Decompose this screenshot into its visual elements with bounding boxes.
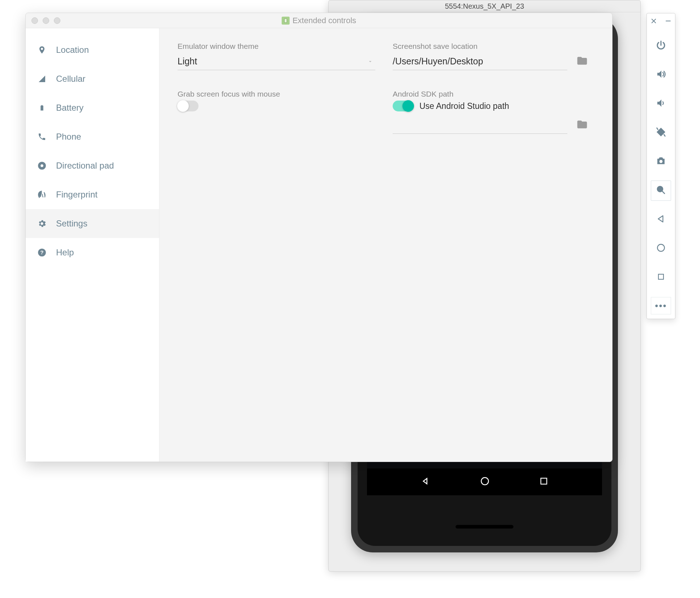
panel-close-button[interactable] <box>650 17 657 26</box>
theme-value: Light <box>178 56 197 67</box>
sidebar-item-label: Location <box>56 45 89 55</box>
back-icon <box>656 214 666 225</box>
extended-controls-dialog: Extended controls Location Cellular <box>25 13 612 462</box>
window-controls <box>26 17 60 24</box>
theme-field: Emulator window theme Light <box>178 42 375 70</box>
dialog-titlebar: Extended controls <box>26 13 612 28</box>
gear-icon <box>37 219 47 228</box>
battery-icon <box>37 103 47 113</box>
folder-icon <box>575 55 589 68</box>
svg-text:?: ? <box>40 249 43 255</box>
grab-focus-toggle[interactable] <box>178 101 199 111</box>
nav-overview-icon[interactable] <box>539 476 549 488</box>
nav-back-icon[interactable] <box>420 476 431 488</box>
sidebar-item-label: Cellular <box>56 74 85 84</box>
volume-down-button[interactable] <box>651 94 671 114</box>
dialog-title: Extended controls <box>282 16 356 25</box>
sidebar-item-battery[interactable]: Battery <box>26 93 159 122</box>
sidebar-item-phone[interactable]: Phone <box>26 122 159 151</box>
sidebar-item-label: Directional pad <box>56 161 114 171</box>
overview-button[interactable] <box>651 267 671 288</box>
camera-icon <box>656 156 666 168</box>
sdk-browse-button[interactable] <box>574 118 590 132</box>
window-zoom-button[interactable] <box>54 17 60 24</box>
android-nav-bar <box>367 468 602 495</box>
sdk-use-studio-toggle[interactable] <box>393 101 414 111</box>
toggle-knob <box>402 100 414 112</box>
settings-col-right: Screenshot save location Android SD <box>393 42 590 448</box>
fingerprint-icon <box>37 190 47 199</box>
power-icon <box>656 40 666 52</box>
back-button[interactable] <box>651 209 671 230</box>
overview-icon <box>657 272 665 283</box>
sidebar-item-settings[interactable]: Settings <box>26 209 159 238</box>
screenshot-browse-button[interactable] <box>574 55 590 68</box>
screenshot-label: Screenshot save location <box>393 42 590 51</box>
dialog-body: Location Cellular Battery Phone <box>26 28 612 462</box>
dialog-title-text: Extended controls <box>293 16 356 25</box>
volume-down-icon <box>656 98 666 110</box>
sidebar-item-label: Settings <box>56 219 88 229</box>
sdk-path-input-wrap <box>393 116 567 134</box>
app-icon <box>282 17 290 25</box>
sidebar-item-dpad[interactable]: Directional pad <box>26 151 159 180</box>
settings-content: Emulator window theme Light Grab screen … <box>159 28 612 462</box>
screenshot-path-field: Screenshot save location <box>393 42 590 70</box>
more-icon: ••• <box>655 300 667 311</box>
window-close-button[interactable] <box>31 17 38 24</box>
svg-rect-11 <box>658 274 663 279</box>
sdk-use-studio-label: Use Android Studio path <box>419 101 509 111</box>
svg-rect-7 <box>657 128 665 136</box>
toggle-knob <box>177 100 189 112</box>
power-button[interactable] <box>651 36 671 56</box>
help-icon: ? <box>37 248 47 257</box>
window-minimize-button[interactable] <box>43 17 49 24</box>
sidebar-item-label: Fingerprint <box>56 190 98 200</box>
sidebar-item-cellular[interactable]: Cellular <box>26 64 159 93</box>
sidebar-item-help[interactable]: ? Help <box>26 238 159 267</box>
rotate-button[interactable] <box>651 123 671 143</box>
nav-home-icon[interactable] <box>479 476 490 488</box>
home-button[interactable] <box>651 238 671 259</box>
screenshot-path-input[interactable] <box>393 56 567 67</box>
zoom-button[interactable] <box>651 181 671 201</box>
sidebar-item-label: Help <box>56 247 74 258</box>
theme-select[interactable]: Light <box>178 53 375 70</box>
phone-icon <box>37 132 47 141</box>
sidebar-item-location[interactable]: Location <box>26 35 159 64</box>
dpad-icon <box>37 161 47 170</box>
side-panel-top <box>647 13 675 31</box>
volume-up-icon <box>656 69 666 81</box>
sidebar-item-label: Battery <box>56 103 84 113</box>
settings-sidebar: Location Cellular Battery Phone <box>26 28 159 462</box>
sdk-path-field: Android SDK path Use Android Studio path <box>393 90 590 134</box>
sidebar-item-label: Phone <box>56 132 81 142</box>
sidebar-item-fingerprint[interactable]: Fingerprint <box>26 180 159 209</box>
zoom-icon <box>656 185 666 197</box>
sdk-path-input[interactable] <box>393 120 567 130</box>
folder-icon <box>575 119 589 132</box>
volume-up-button[interactable] <box>651 65 671 85</box>
home-icon <box>656 243 666 254</box>
chevron-down-icon <box>367 56 373 67</box>
sdk-label: Android SDK path <box>393 90 590 98</box>
svg-point-8 <box>660 160 663 163</box>
svg-point-10 <box>657 244 665 251</box>
panel-minimize-button[interactable] <box>665 17 671 26</box>
cellular-icon <box>37 75 47 83</box>
rotate-icon <box>655 126 667 140</box>
svg-rect-2 <box>284 18 287 22</box>
screenshot-button[interactable] <box>651 152 671 172</box>
settings-col-left: Emulator window theme Light Grab screen … <box>178 42 375 448</box>
emulator-title: 5554:Nexus_5X_API_23 <box>445 2 524 10</box>
emulator-title-bar: 5554:Nexus_5X_API_23 <box>329 0 640 12</box>
svg-point-4 <box>40 164 43 167</box>
svg-point-0 <box>481 478 488 485</box>
theme-label: Emulator window theme <box>178 42 375 51</box>
device-speaker <box>456 525 513 529</box>
more-button[interactable]: ••• <box>651 297 671 314</box>
grab-focus-label: Grab screen focus with mouse <box>178 90 375 98</box>
svg-rect-1 <box>541 478 547 484</box>
emulator-side-panel: ••• <box>646 13 675 319</box>
screenshot-path-input-wrap <box>393 53 567 70</box>
